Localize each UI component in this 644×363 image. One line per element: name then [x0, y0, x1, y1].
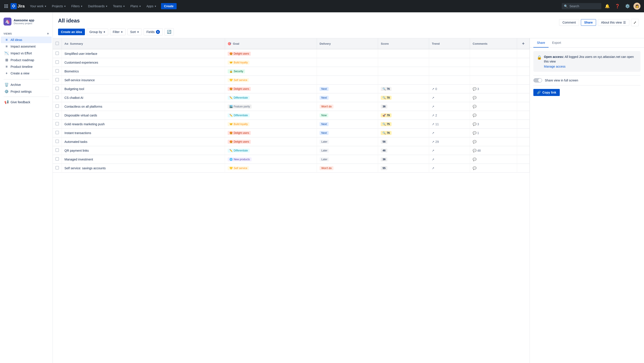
lock-icon: 🔒	[537, 55, 542, 60]
cell-summary[interactable]: QR payment links	[62, 146, 225, 155]
help-icon[interactable]: ❓	[613, 3, 622, 10]
expand-button[interactable]: ⤢	[631, 19, 639, 26]
cell-comments: 💬 48	[470, 146, 517, 155]
row-checkbox[interactable]	[56, 60, 59, 64]
comment-button[interactable]: Comment	[559, 19, 579, 26]
cell-goal: ✏️Differentiate	[225, 146, 317, 155]
row-checkbox[interactable]	[56, 148, 59, 152]
sidebar-item-impact-assessment[interactable]: ≡ Impact assesment	[1, 43, 52, 50]
nav-plans[interactable]: Plans ▼	[129, 4, 143, 9]
product-roadmap-icon: ⊞	[4, 58, 9, 62]
row-checkbox[interactable]	[56, 78, 59, 82]
row-checkbox[interactable]	[56, 166, 59, 170]
cell-trend: ↗ 0	[429, 85, 470, 93]
notifications-icon[interactable]: 🔔	[603, 3, 612, 10]
cell-summary[interactable]: Managed investment	[62, 155, 225, 164]
cell-summary[interactable]: Budgeting tool	[62, 85, 225, 93]
page-title: All ideas	[58, 18, 80, 24]
nav-teams[interactable]: Teams ▼	[111, 4, 127, 9]
fields-button[interactable]: Fields 6	[144, 29, 163, 36]
sort-plus-icon: +	[137, 30, 139, 34]
cell-summary[interactable]: Contactless on all platforms	[62, 102, 225, 111]
cell-summary[interactable]: Self service: savings accounts	[62, 164, 225, 173]
cell-summary[interactable]: Instant transactions	[62, 129, 225, 137]
nav-apps[interactable]: Apps ▼	[145, 4, 158, 9]
ideas-table-container[interactable]: Aα Summary 🎯 Goal Delivery	[53, 38, 530, 363]
row-checkbox[interactable]	[56, 122, 59, 126]
row-checkbox[interactable]	[56, 113, 59, 117]
search-input[interactable]	[570, 5, 599, 8]
cell-goal: 😍Delight users	[225, 137, 317, 146]
cell-delivery: Later	[317, 146, 378, 155]
filter-button[interactable]: Filter +	[110, 29, 126, 35]
row-checkbox[interactable]	[56, 96, 59, 99]
user-avatar[interactable]: 👩	[634, 3, 640, 10]
col-add[interactable]: +	[517, 38, 530, 49]
row-checkbox[interactable]	[56, 131, 59, 134]
nav-filters[interactable]: Filters ▼	[70, 4, 84, 9]
select-all-checkbox[interactable]	[56, 42, 59, 45]
fullscreen-toggle[interactable]	[533, 78, 542, 83]
row-checkbox[interactable]	[56, 87, 59, 90]
about-lines-icon: ☰	[623, 21, 626, 24]
group-by-button[interactable]: Group by +	[87, 29, 108, 35]
create-button[interactable]: Create	[161, 3, 177, 9]
create-idea-button[interactable]: Create an idea	[58, 29, 85, 35]
settings-icon[interactable]: ⚙️	[623, 3, 632, 10]
table-row: Budgeting tool😍Delight usersNext🔍76↗ 0💬 …	[53, 85, 530, 93]
sidebar-item-give-feedback[interactable]: 📢 Give feedback	[1, 99, 52, 105]
cell-delivery: Later	[317, 137, 378, 146]
share-button[interactable]: Share	[581, 19, 596, 26]
cell-summary[interactable]: Simplified user interface	[62, 49, 225, 58]
row-checkbox[interactable]	[56, 140, 59, 143]
cell-goal: ✏️Differentiate	[225, 93, 317, 102]
row-checkbox[interactable]	[56, 69, 59, 73]
sidebar-item-product-timeline[interactable]: ≡ Product timeline	[1, 63, 52, 70]
app-grid-button[interactable]	[4, 4, 9, 9]
sidebar-item-product-roadmap[interactable]: ⊞ Product roadmap	[1, 57, 52, 63]
jira-logo[interactable]: Jira	[10, 3, 25, 9]
sidebar-item-archive[interactable]: 🗑️ Archive	[1, 81, 52, 88]
cell-summary[interactable]: Disposable virtual cards	[62, 111, 225, 120]
cell-summary[interactable]: Gold rewards marketing push	[62, 120, 225, 129]
sidebar-item-all-ideas[interactable]: ≡ All ideas	[1, 37, 52, 43]
row-checkbox[interactable]	[56, 104, 59, 108]
nav-your-work[interactable]: Your work ▼	[28, 4, 48, 9]
table-row: Simplified user interface😍Delight users	[53, 49, 530, 58]
project-name: Awesome app	[14, 19, 34, 22]
manage-access-link[interactable]: Manage access	[544, 65, 637, 68]
search-icon: 🔍	[564, 5, 568, 8]
refresh-button[interactable]: 🔄	[164, 28, 174, 36]
dashboards-chevron-icon: ▼	[106, 5, 108, 8]
comment-icon: 💬	[473, 105, 514, 108]
add-view-icon[interactable]: +	[47, 32, 49, 36]
row-checkbox[interactable]	[56, 52, 59, 55]
copy-link-button[interactable]: 🔗 Copy link	[533, 89, 560, 96]
sidebar-item-create-view[interactable]: + Create a view	[1, 70, 52, 77]
about-this-view-button[interactable]: About this view ☰	[598, 19, 629, 26]
sidebar-item-impact-effort[interactable]: 📉 Impact vs Effort	[1, 50, 52, 57]
search-box[interactable]: 🔍	[562, 3, 601, 9]
sidebar-item-project-settings[interactable]: ⚙️ Project settings	[1, 88, 52, 95]
cell-summary[interactable]: Self-service insurance	[62, 76, 225, 85]
cell-summary[interactable]: CS chatbot AI	[62, 93, 225, 102]
cell-summary[interactable]: Automated tasks	[62, 137, 225, 146]
cell-score	[378, 76, 429, 85]
cell-trend: ↗	[429, 129, 470, 137]
add-column-button[interactable]: +	[520, 40, 527, 47]
nav-projects[interactable]: Projects ▼	[50, 4, 68, 9]
nav-dashboards[interactable]: Dashboards ▼	[86, 4, 109, 9]
share-tab-export[interactable]: Export	[548, 38, 564, 48]
row-checkbox[interactable]	[56, 157, 59, 161]
cell-summary[interactable]: Customised experiences	[62, 58, 225, 67]
cell-summary[interactable]: Biometrics	[62, 67, 225, 76]
main-content: All ideas Comment Share About this view …	[53, 12, 644, 363]
col-checkbox[interactable]	[53, 38, 62, 49]
trend-icon: ↗	[432, 158, 434, 161]
cell-comments: 💬 1	[470, 129, 517, 137]
share-tab-share[interactable]: Share	[533, 38, 548, 48]
cell-trend: ↗ 29	[429, 137, 470, 146]
cell-comments	[470, 58, 517, 67]
table-row: Biometrics🔒Security	[53, 67, 530, 76]
sort-button[interactable]: Sort +	[127, 29, 142, 35]
